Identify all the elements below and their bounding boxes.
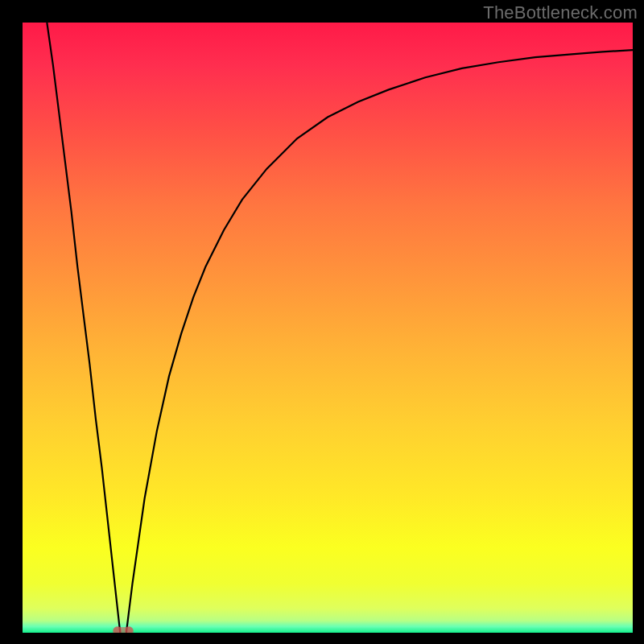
curve-right-branch [126, 50, 633, 633]
curve-left-branch [47, 23, 120, 633]
plot-area [23, 23, 633, 633]
curve-layer [23, 23, 633, 633]
minimum-marker-dot-icon [125, 626, 133, 633]
watermark-text: TheBottleneck.com [483, 2, 638, 23]
chart-container: TheBottleneck.com [0, 0, 644, 644]
minimum-marker-dot-icon [114, 626, 122, 633]
